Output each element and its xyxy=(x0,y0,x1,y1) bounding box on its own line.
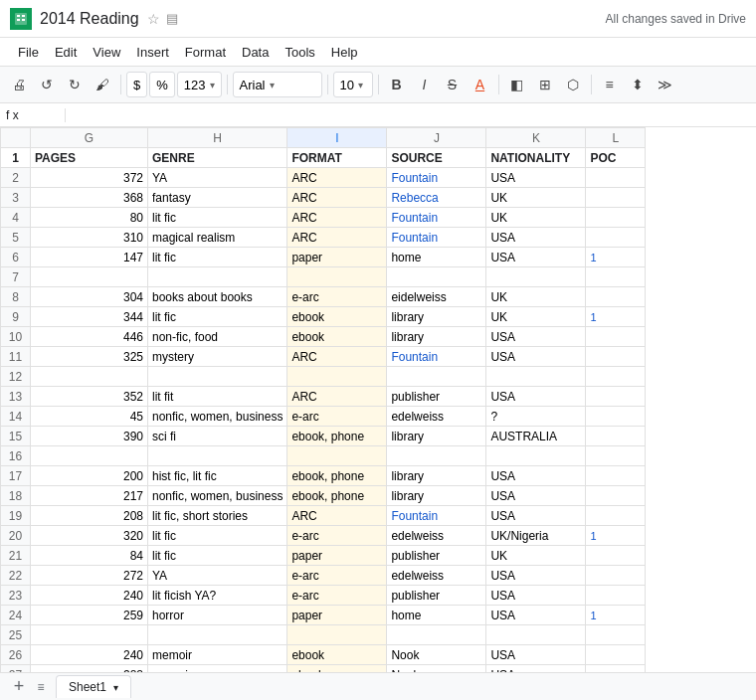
cell-format[interactable]: ARC xyxy=(287,228,387,248)
cell-genre[interactable]: lit fic xyxy=(148,526,287,546)
menu-item-tools[interactable]: Tools xyxy=(277,41,322,64)
cell-G1[interactable]: PAGES xyxy=(31,148,148,168)
cell-format[interactable]: ebook, phone xyxy=(287,427,387,446)
decimal-dropdown[interactable]: 123 ▾ xyxy=(177,72,222,97)
cell-source[interactable] xyxy=(387,267,486,287)
cell-pages[interactable]: 80 xyxy=(31,208,148,228)
cell-genre[interactable] xyxy=(148,267,287,287)
cell-poc[interactable] xyxy=(586,228,646,248)
cell-poc[interactable] xyxy=(586,625,646,645)
paint-format-button[interactable]: 🖌 xyxy=(90,72,115,97)
cell-nationality[interactable]: USA xyxy=(486,228,586,248)
cell-poc[interactable] xyxy=(586,427,646,446)
cell-genre[interactable]: non-fic, food xyxy=(148,327,287,347)
cell-pages[interactable]: 352 xyxy=(31,387,148,407)
cell-pages[interactable]: 147 xyxy=(31,248,148,267)
cell-source[interactable]: library xyxy=(387,327,486,347)
cell-nationality[interactable]: USA xyxy=(486,486,586,506)
cell-source[interactable]: home xyxy=(387,606,486,625)
cell-nationality[interactable]: USA xyxy=(486,466,586,486)
cell-nationality[interactable]: AUSTRALIA xyxy=(486,427,586,446)
cell-genre[interactable]: YA xyxy=(148,566,287,586)
cell-poc[interactable] xyxy=(586,208,646,228)
cell-source[interactable]: Fountain xyxy=(387,208,486,228)
cell-pages[interactable]: 344 xyxy=(31,307,148,327)
merge-button[interactable]: ⬡ xyxy=(560,72,586,97)
menu-item-data[interactable]: Data xyxy=(234,41,277,64)
cell-I1[interactable]: FORMAT xyxy=(287,148,387,168)
cell-pages[interactable]: 240 xyxy=(31,645,148,665)
cell-source[interactable]: Fountain xyxy=(387,347,486,367)
cell-genre[interactable]: lit fic xyxy=(148,248,287,267)
cell-nationality[interactable]: USA xyxy=(486,665,586,673)
cell-format[interactable]: ebook xyxy=(287,665,387,673)
cell-nationality[interactable]: USA xyxy=(486,248,586,267)
folder-icon[interactable]: ▤ xyxy=(166,11,178,26)
fill-color-button[interactable]: ◧ xyxy=(504,72,530,97)
cell-L1[interactable]: POC xyxy=(586,148,646,168)
cell-format[interactable] xyxy=(287,367,387,387)
font-size-dropdown[interactable]: 10 ▾ xyxy=(333,72,373,97)
cell-poc[interactable] xyxy=(586,446,646,466)
cell-pages[interactable]: 320 xyxy=(31,526,148,546)
cell-genre[interactable] xyxy=(148,367,287,387)
cell-poc[interactable] xyxy=(586,387,646,407)
cell-genre[interactable]: fantasy xyxy=(148,188,287,208)
cell-genre[interactable]: mystery xyxy=(148,347,287,367)
cell-format[interactable]: ARC xyxy=(287,347,387,367)
cell-nationality[interactable]: USA xyxy=(486,606,586,625)
cell-source[interactable] xyxy=(387,446,486,466)
cell-genre[interactable]: lit fic xyxy=(148,208,287,228)
cell-format[interactable]: ebook xyxy=(287,307,387,327)
cell-genre[interactable]: lit fic xyxy=(148,546,287,566)
cell-pages[interactable] xyxy=(31,446,148,466)
cell-genre[interactable]: YA xyxy=(148,168,287,188)
cell-source[interactable]: publisher xyxy=(387,546,486,566)
cell-format[interactable]: ebook, phone xyxy=(287,466,387,486)
cell-pages[interactable] xyxy=(31,267,148,287)
bold-button[interactable]: B xyxy=(384,72,410,97)
cell-pages[interactable]: 45 xyxy=(31,407,148,427)
more-button[interactable]: ≫ xyxy=(653,72,678,97)
col-header-H[interactable]: H xyxy=(148,128,287,148)
print-button[interactable]: 🖨 xyxy=(6,72,32,97)
cell-format[interactable]: ARC xyxy=(287,506,387,526)
cell-poc[interactable] xyxy=(586,407,646,427)
menu-item-insert[interactable]: Insert xyxy=(128,41,177,64)
cell-source[interactable]: publisher xyxy=(387,586,486,606)
align-button[interactable]: ≡ xyxy=(597,72,623,97)
cell-pages[interactable]: 208 xyxy=(31,506,148,526)
cell-poc[interactable] xyxy=(586,466,646,486)
cell-pages[interactable]: 446 xyxy=(31,327,148,347)
cell-pages[interactable]: 368 xyxy=(31,188,148,208)
cell-poc[interactable] xyxy=(586,506,646,526)
cell-format[interactable]: e-arc xyxy=(287,407,387,427)
cell-nationality[interactable]: UK xyxy=(486,208,586,228)
cell-poc[interactable] xyxy=(586,168,646,188)
cell-poc[interactable]: 1 xyxy=(586,526,646,546)
cell-format[interactable]: e-arc xyxy=(287,566,387,586)
sheet-container[interactable]: G H I J K L 1 PAGES GENRE FORMAT SOURCE … xyxy=(0,127,756,672)
strikethrough-button[interactable]: S xyxy=(440,72,466,97)
cell-poc[interactable] xyxy=(586,367,646,387)
cell-nationality[interactable]: USA xyxy=(486,327,586,347)
font-dropdown[interactable]: Arial ▾ xyxy=(233,72,322,97)
cell-genre[interactable]: lit fic xyxy=(148,307,287,327)
cell-source[interactable]: library xyxy=(387,466,486,486)
menu-item-help[interactable]: Help xyxy=(323,41,366,64)
cell-poc[interactable] xyxy=(586,566,646,586)
cell-source[interactable]: Fountain xyxy=(387,506,486,526)
cell-pages[interactable]: 325 xyxy=(31,347,148,367)
cell-genre[interactable]: magical realism xyxy=(148,228,287,248)
cell-poc[interactable]: 1 xyxy=(586,606,646,625)
cell-format[interactable]: ebook xyxy=(287,645,387,665)
cell-nationality[interactable] xyxy=(486,446,586,466)
menu-item-file[interactable]: File xyxy=(10,41,47,64)
cell-source[interactable]: eidelweiss xyxy=(387,287,486,307)
cell-format[interactable]: e-arc xyxy=(287,526,387,546)
cell-genre[interactable]: memoir xyxy=(148,645,287,665)
cell-genre[interactable]: nonfic, women, business xyxy=(148,407,287,427)
cell-poc[interactable] xyxy=(586,645,646,665)
cell-pages[interactable]: 310 xyxy=(31,228,148,248)
cell-format[interactable] xyxy=(287,267,387,287)
